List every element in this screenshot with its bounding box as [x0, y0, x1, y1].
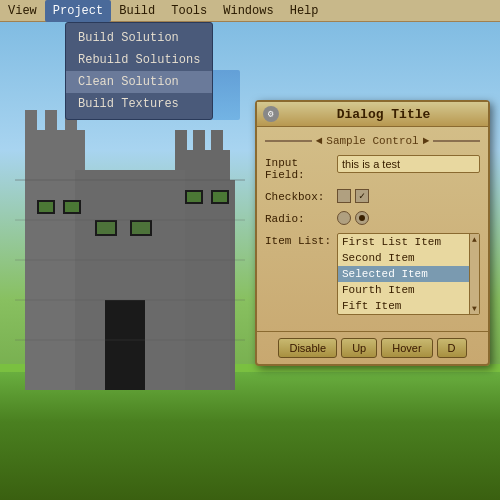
- menu-help[interactable]: Help: [282, 0, 327, 22]
- sample-control: ◄ Sample Control ►: [265, 135, 480, 147]
- item-list-control: First List Item Second Item Selected Ite…: [337, 233, 480, 315]
- list-item-5[interactable]: Fift Item: [338, 298, 479, 314]
- input-field-control: [337, 155, 480, 173]
- menu-build-textures[interactable]: Build Textures: [66, 93, 212, 115]
- sample-line-right: [433, 140, 480, 142]
- disable-button[interactable]: Disable: [278, 338, 337, 358]
- menu-project[interactable]: Project: [45, 0, 111, 22]
- svg-rect-17: [132, 222, 150, 234]
- checkbox-row: Checkbox:: [265, 189, 480, 203]
- svg-rect-3: [45, 110, 57, 140]
- input-field[interactable]: [337, 155, 480, 173]
- list-scrollbar[interactable]: ▲ ▼: [469, 234, 479, 314]
- dialog-title: Dialog Title: [285, 107, 482, 122]
- radio-label: Radio:: [265, 211, 337, 225]
- svg-rect-19: [187, 192, 201, 202]
- scroll-down-arrow[interactable]: ▼: [471, 303, 478, 314]
- menu-clean-solution[interactable]: Clean Solution: [66, 71, 212, 93]
- checkbox-checked[interactable]: [355, 189, 369, 203]
- radio-row: Radio:: [265, 211, 480, 225]
- list-item-2[interactable]: Second Item: [338, 250, 479, 266]
- checkbox-group: [337, 189, 480, 203]
- dialog: ⚙ Dialog Title ◄ Sample Control ► Input …: [255, 100, 490, 366]
- svg-rect-8: [211, 130, 223, 158]
- menu-build[interactable]: Build: [111, 0, 163, 22]
- radio-group: [337, 211, 480, 225]
- radio-option-1[interactable]: [337, 211, 351, 225]
- item-list-box[interactable]: First List Item Second Item Selected Ite…: [337, 233, 480, 315]
- dialog-icon: ⚙: [263, 106, 279, 122]
- hover-button[interactable]: Hover: [381, 338, 432, 358]
- project-dropdown: Build Solution Rebuild Solutions Clean S…: [65, 22, 213, 120]
- scroll-up-arrow[interactable]: ▲: [471, 234, 478, 245]
- dialog-titlebar: ⚙ Dialog Title: [257, 102, 488, 127]
- menu-tools[interactable]: Tools: [163, 0, 215, 22]
- list-item-3[interactable]: Selected Item: [338, 266, 479, 282]
- svg-rect-13: [65, 202, 79, 212]
- item-list-label: Item List:: [265, 233, 337, 247]
- menu-windows[interactable]: Windows: [215, 0, 281, 22]
- item-list-row: Item List: First List Item Second Item S…: [265, 233, 480, 315]
- menu-build-solution[interactable]: Build Solution: [66, 27, 212, 49]
- d-button[interactable]: D: [437, 338, 467, 358]
- sample-arrow-right: ►: [423, 135, 430, 147]
- list-item-1[interactable]: First List Item: [338, 234, 479, 250]
- svg-rect-6: [175, 130, 187, 158]
- dialog-content: ◄ Sample Control ► Input Field: Checkbox…: [257, 127, 488, 331]
- svg-rect-15: [97, 222, 115, 234]
- menu-view[interactable]: View: [0, 0, 45, 22]
- checkbox-unchecked[interactable]: [337, 189, 351, 203]
- menubar: View Project Build Tools Windows Help: [0, 0, 500, 22]
- castle: [15, 100, 245, 390]
- checkbox-label: Checkbox:: [265, 189, 337, 203]
- svg-rect-2: [25, 110, 37, 140]
- up-button[interactable]: Up: [341, 338, 377, 358]
- dialog-buttons: Disable Up Hover D: [257, 331, 488, 364]
- sample-arrow-left: ◄: [316, 135, 323, 147]
- sample-control-label: Sample Control: [326, 135, 418, 147]
- menu-rebuild-solutions[interactable]: Rebuild Solutions: [66, 49, 212, 71]
- radio-option-2[interactable]: [355, 211, 369, 225]
- svg-rect-11: [39, 202, 53, 212]
- svg-rect-7: [193, 130, 205, 158]
- input-field-label: Input Field:: [265, 155, 337, 181]
- sample-line-left: [265, 140, 312, 142]
- svg-rect-22: [105, 300, 145, 390]
- svg-rect-21: [213, 192, 227, 202]
- input-field-row: Input Field:: [265, 155, 480, 181]
- list-item-4[interactable]: Fourth Item: [338, 282, 479, 298]
